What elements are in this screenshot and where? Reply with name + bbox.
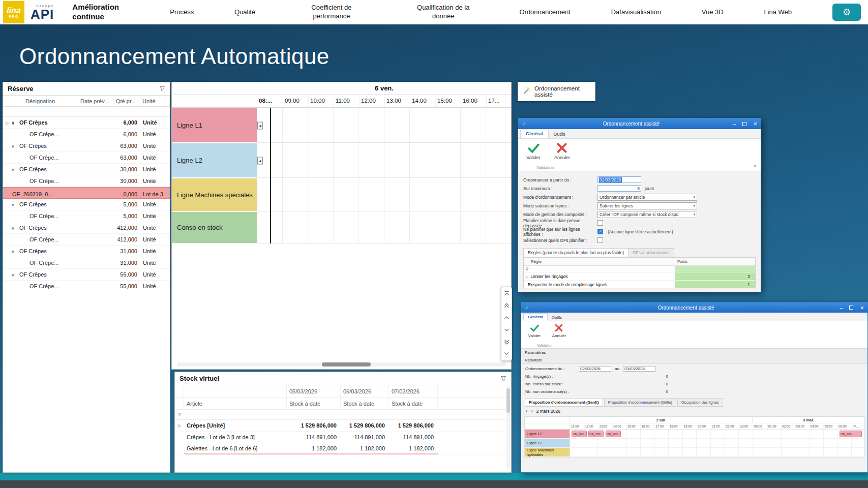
expand-icon[interactable] xyxy=(526,274,528,279)
up-icon[interactable] xyxy=(504,315,510,320)
view-tab[interactable]: Occupation des lignes xyxy=(677,398,723,407)
row-expand-icon[interactable] xyxy=(3,119,11,126)
row-expand-icon[interactable] xyxy=(175,443,184,454)
row-expand-icon[interactable] xyxy=(175,420,184,431)
reserve-row[interactable]: OF Crêpe... 30,000 Unité xyxy=(3,175,170,187)
row-expand-icon[interactable] xyxy=(175,432,184,443)
filter-icon[interactable] xyxy=(500,376,506,382)
reserve-row[interactable]: OF Crêpe... 6,000 Unité xyxy=(3,129,170,140)
reserve-row[interactable]: OF Crêpe... 31,000 Unité xyxy=(3,257,170,269)
planifier-depassee-checkbox[interactable] xyxy=(597,220,603,226)
lina-pro-logo[interactable]: lina PRO xyxy=(3,1,24,23)
gantt-grid-conso[interactable] xyxy=(257,211,511,243)
line-l2-label[interactable]: Ligne L2 ◄ xyxy=(172,143,257,177)
filter-icon[interactable] xyxy=(159,86,165,92)
line-l1-label[interactable]: Ligne L1 xyxy=(525,430,570,438)
nav-item[interactable]: Vue 3D xyxy=(702,8,724,17)
nav-item[interactable]: Coefficient de performance xyxy=(296,4,367,21)
start-date-input[interactable]: 02/03/2026 xyxy=(597,176,641,183)
tab-general[interactable]: Général xyxy=(523,313,548,321)
of-gantt-bar[interactable]: OF_260... xyxy=(840,431,862,437)
rule-row[interactable]: Respecter le mode de remplissage lignes … xyxy=(524,281,755,289)
close-icon[interactable]: × xyxy=(753,120,757,127)
gantt-grid-machines[interactable] xyxy=(257,178,511,211)
view-tab[interactable]: Proposition d'ordonnancement (Gantt) xyxy=(525,398,603,407)
annuler-button[interactable]: Annuler xyxy=(551,141,573,160)
reserve-row[interactable]: OF Crêpe... 55,000 Unité xyxy=(3,281,170,292)
annuler-button[interactable]: Annuler xyxy=(550,323,568,338)
lignes-affichees-checkbox[interactable]: ✓ xyxy=(597,229,603,234)
gantt-grid-l1[interactable]: OF_260...OF_260...OF_260...OF_260... xyxy=(570,430,864,438)
nav-item[interactable]: Process xyxy=(170,8,194,17)
filter-poids-cell[interactable] xyxy=(675,266,755,272)
reserve-row[interactable]: OF Crêpes 30,000 Unité xyxy=(3,164,170,175)
tree-chevron-icon[interactable] xyxy=(11,119,19,126)
page-up-icon[interactable] xyxy=(504,303,510,308)
reserve-row[interactable]: OF_260219_0... 0,000 Lot de 3 xyxy=(3,187,170,199)
tab-outils[interactable]: Outils xyxy=(548,314,566,321)
reserve-row[interactable]: OF Crêpes 63,000 Unité xyxy=(3,140,170,152)
settings-button[interactable]: ⚙ xyxy=(832,4,861,21)
of-gantt-bar[interactable]: OF_260... xyxy=(572,431,587,437)
scroll-top-icon[interactable] xyxy=(504,291,510,296)
valider-button[interactable]: Valider xyxy=(522,141,545,160)
scroll-left-marker-icon[interactable]: ◄ xyxy=(257,157,263,164)
next-day-icon[interactable]: › xyxy=(531,409,532,414)
api-groupe-logo[interactable]: Groupe API xyxy=(31,4,54,21)
period-from-input[interactable]: 02/03/2026 xyxy=(579,366,611,372)
gantt-grid-l1[interactable] xyxy=(257,108,511,143)
col-designation[interactable]: Désignation xyxy=(11,96,78,106)
col-quantite[interactable]: Qté pr... xyxy=(114,96,140,106)
stock-row[interactable]: Galettes - Lot de 6 [Lot de 6] 1 182,000… xyxy=(175,443,511,455)
minimize-icon[interactable]: – xyxy=(840,305,843,311)
line-machines-label[interactable]: Ligne Machines spéciales xyxy=(525,448,570,456)
page-down-icon[interactable] xyxy=(504,340,510,345)
down-icon[interactable] xyxy=(504,327,510,332)
date-column-3[interactable]: 07/03/2026 xyxy=(389,385,438,397)
filter-icon[interactable] xyxy=(175,410,184,419)
rule-row[interactable]: Limiter les rinçages 2 xyxy=(524,272,755,281)
reserve-row[interactable]: OF Crêpe... 412,000 Unité xyxy=(3,234,170,246)
col-article[interactable]: Article xyxy=(184,398,287,409)
stock-row[interactable]: Crêpes - Lot de 3 [Lot de 3] 114 891,000… xyxy=(175,432,511,443)
mode-ordonnancement-select[interactable]: Ordonnancer par article ▾ xyxy=(597,194,697,201)
nav-item[interactable]: Datavisualisation xyxy=(611,8,661,17)
tree-chevron-icon[interactable] xyxy=(11,201,19,207)
ribbon-collapse-icon[interactable]: ∧ xyxy=(753,163,757,168)
tab-outils[interactable]: Outils xyxy=(549,131,571,138)
col-unite[interactable]: Unité xyxy=(140,96,170,106)
maximize-icon[interactable] xyxy=(849,306,853,310)
col-regle[interactable]: Règle xyxy=(524,259,675,264)
of-gantt-bar[interactable]: OF_260... xyxy=(588,431,604,437)
selection-ofs-checkbox[interactable] xyxy=(597,237,603,243)
reserve-filter-row[interactable] xyxy=(3,107,170,117)
scrollbar-thumb[interactable] xyxy=(506,388,510,413)
line-machines-label[interactable]: Ligne Machines spéciales xyxy=(172,178,257,211)
view-tab[interactable]: Proposition d'ordonnancement (Grille) xyxy=(604,398,676,407)
of-gantt-bar[interactable]: OF_260... xyxy=(606,431,621,437)
nav-item[interactable]: Qualification de la donnée xyxy=(408,4,479,21)
dialog-titlebar[interactable]: ✓ Ordonnancement assisté – × xyxy=(518,118,761,129)
reserve-row[interactable]: OF Crêpes 6,000 Unité xyxy=(3,117,170,129)
scroll-bottom-icon[interactable] xyxy=(504,352,510,357)
rules-tab[interactable]: Règles (priorité du poids le plus fort a… xyxy=(523,248,628,257)
mode-composes-select[interactable]: Créer l'OF composé même si stock dispo ▾ xyxy=(597,211,697,218)
stock-vertical-scrollbar[interactable] xyxy=(506,387,510,469)
minimize-icon[interactable]: – xyxy=(733,121,736,127)
nav-item[interactable]: Ordonnancement xyxy=(519,8,570,17)
col-date-prevue[interactable]: Date prév... xyxy=(78,96,114,106)
max-days-input[interactable]: 8 xyxy=(597,185,641,192)
gantt-horizontal-scrollbar[interactable] xyxy=(177,362,506,367)
scrollbar-thumb[interactable] xyxy=(322,362,371,367)
stock-row[interactable]: Crêpes [Unité] 1 529 806,000 1 529 806,0… xyxy=(175,420,511,432)
maximize-icon[interactable] xyxy=(742,122,746,126)
line-l1-label[interactable]: Ligne L1 ◄ xyxy=(172,108,257,142)
filter-icon[interactable] xyxy=(524,266,675,272)
gantt-grid-l2[interactable] xyxy=(257,143,511,178)
close-icon[interactable]: × xyxy=(860,304,864,311)
reserve-row[interactable]: OF Crêpes 5,000 Unité xyxy=(3,199,170,210)
reserve-row[interactable]: OF Crêpe... 5,000 Unité xyxy=(3,210,170,222)
tree-chevron-icon[interactable] xyxy=(11,248,19,254)
scroll-left-marker-icon[interactable]: ◄ xyxy=(257,121,263,129)
mode-saturation-select[interactable]: Saturer les lignes ▾ xyxy=(597,202,697,209)
